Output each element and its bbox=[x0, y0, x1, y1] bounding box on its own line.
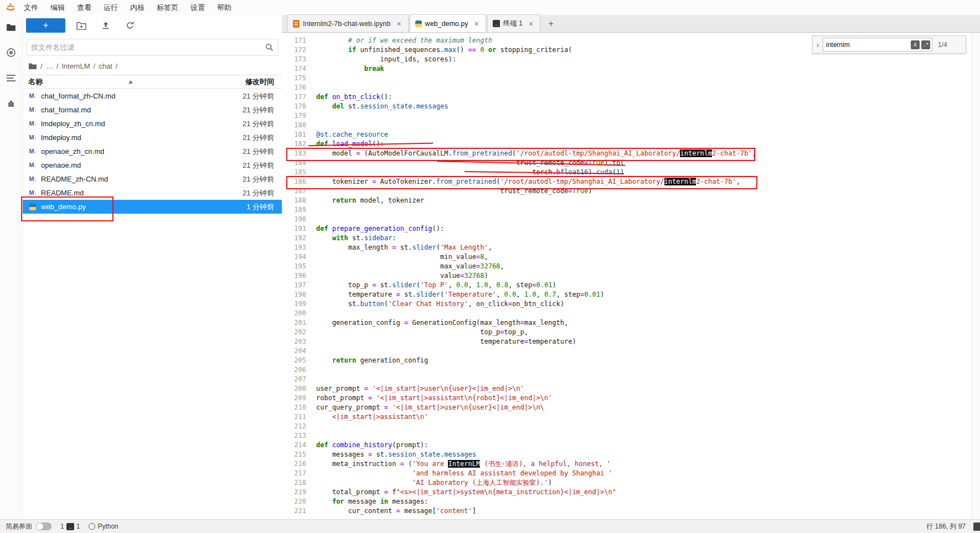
file-row[interactable]: M↓openaoe.md21 分钟前 bbox=[23, 158, 282, 172]
code-line[interactable]: 186 tokenizer = AutoTokenizer.from_pretr… bbox=[282, 177, 971, 187]
code-text[interactable] bbox=[312, 431, 316, 441]
code-line[interactable]: 220 for message in messages: bbox=[282, 497, 971, 506]
code-text[interactable]: value=32768) bbox=[312, 271, 488, 281]
file-row[interactable]: M↓lmdeploy_zh_cn.md21 分钟前 bbox=[23, 117, 282, 131]
code-line[interactable]: 209robot_prompt = '<|im_start|>assistant… bbox=[282, 394, 971, 403]
code-text[interactable]: del st.session_state.messages bbox=[312, 102, 448, 111]
file-row[interactable]: M↓README_zh-CN.md21 分钟前 bbox=[23, 172, 282, 186]
new-launcher-button[interactable]: + bbox=[26, 18, 65, 33]
code-line[interactable]: 210cur_query_prompt = '<|im_start|>user\… bbox=[282, 403, 971, 412]
code-line[interactable]: 181@st.cache_resource bbox=[282, 130, 971, 139]
code-line[interactable]: 211 <|im_start|>assistant\n' bbox=[282, 412, 971, 422]
code-line[interactable]: 215 messages = st.session_state.messages bbox=[282, 450, 971, 459]
extensions-icon[interactable] bbox=[6, 98, 17, 109]
code-line[interactable]: 217 'and harmless AI assistant developed… bbox=[282, 469, 971, 478]
kernel-indicator[interactable]: Python bbox=[89, 522, 118, 530]
code-text[interactable]: def load_model(): bbox=[312, 139, 384, 149]
file-row[interactable]: M↓chat_format_zh-CN.md21 分钟前 bbox=[23, 89, 282, 103]
code-editor[interactable]: 171 # or if we exceed the maximum length… bbox=[282, 33, 980, 519]
file-row[interactable]: M↓lmdeploy.md21 分钟前 bbox=[23, 131, 282, 144]
file-row[interactable]: M↓chat_format.md21 分钟前 bbox=[23, 103, 282, 117]
code-line[interactable]: 190 bbox=[282, 215, 971, 224]
code-line[interactable]: 191def prepare_generation_config(): bbox=[282, 224, 971, 234]
code-line[interactable]: 221 cur_content = message['content'] bbox=[282, 506, 971, 516]
column-header-name[interactable]: 名称 bbox=[23, 77, 128, 87]
code-line[interactable]: 187 trust_remote_code=True) bbox=[282, 187, 971, 196]
code-text[interactable]: # or if we exceed the maximum length bbox=[312, 36, 492, 45]
code-line[interactable]: 208user_prompt = '<|im_start|>user\n{use… bbox=[282, 384, 971, 394]
search-input[interactable] bbox=[823, 41, 911, 49]
code-line[interactable]: 178 del st.session_state.messages bbox=[282, 102, 971, 111]
code-line[interactable]: 202 top_p=top_p, bbox=[282, 328, 971, 337]
menu-item[interactable]: 编辑 bbox=[44, 1, 71, 15]
code-text[interactable] bbox=[312, 111, 316, 121]
menu-item[interactable]: 标签页 bbox=[151, 1, 184, 15]
code-text[interactable]: trust_remote_code=True) bbox=[312, 187, 592, 196]
tab--1[interactable]: _终端 1× bbox=[487, 14, 541, 32]
code-text[interactable] bbox=[312, 121, 316, 130]
code-text[interactable]: tokenizer = AutoTokenizer.from_pretraine… bbox=[312, 177, 740, 187]
new-folder-icon[interactable] bbox=[73, 18, 90, 33]
add-tab-button[interactable]: + bbox=[544, 17, 558, 31]
code-line[interactable]: 194 min_value=8, bbox=[282, 252, 971, 262]
code-line[interactable]: 216 meta_instruction = ('You are InternL… bbox=[282, 459, 971, 469]
code-text[interactable]: if unfinished_sequences.max() == 0 or st… bbox=[312, 45, 572, 55]
editor-scrollbar[interactable] bbox=[971, 33, 980, 519]
code-text[interactable]: for message in messages: bbox=[312, 497, 428, 506]
code-line[interactable]: 185 torch.bfloat16).cuda()) bbox=[282, 168, 971, 177]
running-sessions-icon[interactable] bbox=[6, 47, 17, 58]
code-text[interactable]: model = (AutoModelForCausalLM.from_pretr… bbox=[312, 149, 756, 158]
code-line[interactable]: 214def combine_history(prompt): bbox=[282, 441, 971, 450]
code-line[interactable]: 176 bbox=[282, 83, 971, 92]
code-text[interactable]: top_p=top_p, bbox=[312, 328, 528, 337]
code-text[interactable]: return model, tokenizer bbox=[312, 196, 424, 205]
code-text[interactable]: min_value=8, bbox=[312, 252, 488, 262]
match-case-icon[interactable]: A bbox=[911, 40, 920, 49]
code-line[interactable]: 179 bbox=[282, 111, 971, 121]
sort-ascending-icon[interactable] bbox=[128, 80, 133, 84]
upload-icon[interactable] bbox=[97, 18, 114, 33]
code-text[interactable]: temperature = st.slider('Temperature', 0… bbox=[312, 290, 604, 299]
refresh-icon[interactable] bbox=[122, 18, 138, 33]
code-line[interactable]: 205 return generation_config bbox=[282, 356, 971, 365]
cursor-position[interactable]: 行 186, 列 97 bbox=[926, 522, 966, 531]
code-text[interactable] bbox=[312, 309, 316, 318]
code-line[interactable]: 195 max_value=32768, bbox=[282, 262, 971, 271]
code-text[interactable] bbox=[312, 215, 316, 224]
menu-item[interactable]: 内核 bbox=[124, 1, 151, 15]
file-row[interactable]: web_demo.py1 分钟前 bbox=[23, 200, 282, 214]
code-text[interactable]: <|im_start|>assistant\n' bbox=[312, 412, 428, 422]
file-row[interactable]: M↓openaoe_zh_cn.md21 分钟前 bbox=[23, 144, 282, 158]
code-text[interactable]: temperature=temperature) bbox=[312, 337, 576, 346]
file-browser-icon[interactable] bbox=[6, 22, 17, 33]
code-line[interactable]: 173 input_ids, scores): bbox=[282, 55, 971, 64]
code-line[interactable]: 189 bbox=[282, 205, 971, 215]
code-text[interactable]: trust_remote_code=True).to( bbox=[312, 158, 624, 168]
code-line[interactable]: 198 temperature = st.slider('Temperature… bbox=[282, 290, 971, 299]
code-text[interactable]: meta_instruction = ('You are InternLM (书… bbox=[312, 459, 611, 469]
breadcrumb-item[interactable]: InternLM bbox=[61, 62, 90, 70]
tab-internlm2-7b-chat-web-ipynb[interactable]: Internlm2-7b-chat-web.ipynb× bbox=[287, 14, 409, 32]
code-text[interactable]: torch.bfloat16).cuda()) bbox=[312, 168, 624, 177]
menu-item[interactable]: 设置 bbox=[184, 1, 211, 15]
code-line[interactable]: 199 st.button('Clear Chat History', on_c… bbox=[282, 299, 971, 309]
code-text[interactable]: messages = st.session_state.messages bbox=[312, 450, 476, 459]
code-line[interactable]: 197 top_p = st.slider('Top P', 0.0, 1.0,… bbox=[282, 281, 971, 290]
simple-interface-toggle[interactable] bbox=[36, 522, 51, 530]
tab-close-icon[interactable]: × bbox=[527, 19, 535, 28]
file-filter-input[interactable] bbox=[27, 43, 265, 51]
table-of-contents-icon[interactable] bbox=[6, 73, 17, 84]
tab-web_demo-py[interactable]: web_demo.py× bbox=[410, 14, 486, 32]
code-text[interactable]: cur_query_prompt = '<|im_start|>user\n{u… bbox=[312, 403, 544, 412]
code-text[interactable]: cur_content = message['content'] bbox=[312, 506, 476, 516]
code-text[interactable]: def prepare_generation_config(): bbox=[312, 224, 444, 234]
code-text[interactable] bbox=[312, 74, 316, 83]
code-text[interactable]: top_p = st.slider('Top P', 0.0, 1.0, 0.8… bbox=[312, 281, 556, 290]
code-text[interactable]: with st.sidebar: bbox=[312, 234, 396, 243]
code-text[interactable] bbox=[312, 422, 316, 431]
code-text[interactable]: @st.cache_resource bbox=[312, 130, 388, 139]
menu-item[interactable]: 帮助 bbox=[211, 1, 238, 15]
code-line[interactable]: 175 bbox=[282, 74, 971, 83]
code-line[interactable]: 206 bbox=[282, 365, 971, 375]
code-text[interactable]: user_prompt = '<|im_start|>user\n{user}<… bbox=[312, 384, 524, 394]
